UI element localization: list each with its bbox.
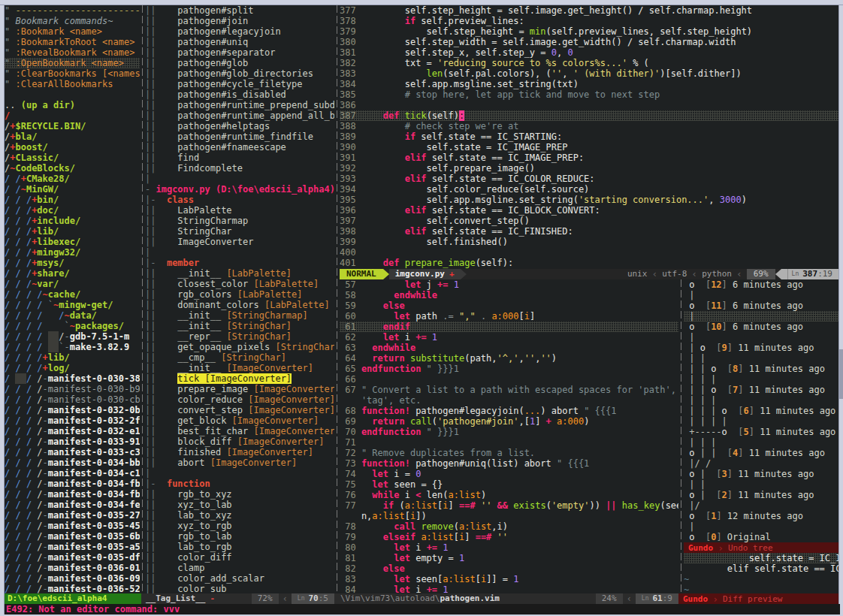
tree-item[interactable]: / / / / `~mingw-get/ xyxy=(5,300,140,310)
tag-item[interactable]: |- member xyxy=(145,258,334,268)
tag-item[interactable]: || __init__ [StringCharmap] xyxy=(145,310,334,321)
undo-node[interactable]: o [1] 12 minutes ago xyxy=(684,511,838,521)
code-line[interactable]: n,a:list[i]) xyxy=(340,511,678,521)
tree-item[interactable]: " :RevealBookmark <name> xyxy=(5,47,140,58)
code-line[interactable]: 377 self.step_height = self.image.get_he… xyxy=(340,5,838,16)
code-line[interactable]: 401 def prepare_image(self): xyxy=(340,258,838,268)
tag-item[interactable]: || pathogen#legacyjoin xyxy=(145,26,334,37)
code-line[interactable]: 78 call remove(a:list,i) xyxy=(340,521,678,532)
undo-node[interactable]: | | xyxy=(684,479,838,490)
tag-item[interactable]: || __init__ [ImageConverter] xyxy=(145,363,334,373)
tag-item[interactable]: || get_opaque_pixels [StringChar] xyxy=(145,342,334,352)
tag-item[interactable]: || dominant_colors [LabPalette] xyxy=(145,300,334,310)
tree-item[interactable]: / / / /-manifest-0-034-fb xyxy=(5,479,140,489)
tag-item[interactable]: || pathogen#join xyxy=(145,16,334,26)
tree-item[interactable]: / / / /+lib/ xyxy=(5,352,140,363)
tree-item[interactable]: .. (up a dir) xyxy=(5,100,140,110)
tree-item[interactable]: / / / /-manifest-0-032-0b xyxy=(5,405,140,415)
undo-node[interactable]: | | | | xyxy=(684,416,838,427)
tag-item[interactable]: || StringChar xyxy=(145,226,334,237)
tree-item[interactable]: / / / /-manifest-0-035-45 xyxy=(5,521,140,531)
code-line[interactable]: 392 self.prepare_image() xyxy=(340,163,838,174)
code-line[interactable]: 389 if self.state == IC_STARTING: xyxy=(340,131,838,142)
tag-item[interactable]: || LabPalette xyxy=(145,205,334,216)
code-line[interactable]: 381 self.step_x, self.step_y = 0, 0 xyxy=(340,47,838,58)
tree-item[interactable]: / / / /-manifest-0-033-91 xyxy=(5,436,140,447)
code-line[interactable]: 385 # stop here, let app tick and move t… xyxy=(340,89,838,100)
code-line[interactable]: 379 self.step_height = min(self.preview_… xyxy=(340,26,838,37)
tree-item[interactable]: /+boost/ xyxy=(5,142,140,152)
tag-item[interactable]: | xyxy=(145,468,334,479)
tree-item[interactable]: / / / /-manifest-0-034-c1 xyxy=(5,468,140,479)
code-line[interactable]: 399 self.finished() xyxy=(340,237,838,247)
code-line[interactable]: 80 let i += 1 xyxy=(340,542,678,553)
tree-item[interactable]: / / / /-manifest-0-030-b9 xyxy=(5,384,140,394)
tree-item[interactable]: " :ClearBookmarks [<names xyxy=(5,68,140,79)
code-line[interactable]: 378 if self.preview_lines: xyxy=(340,16,838,26)
right-scrollbar[interactable] xyxy=(838,5,843,614)
undo-node[interactable]: | o [9] 11 minutes ago xyxy=(684,343,838,353)
code-line[interactable]: 387 def tick(self): xyxy=(340,110,838,121)
tag-item[interactable]: || color_add_scalar xyxy=(145,573,334,584)
tree-item[interactable]: / / / /-manifest-0-035-27 xyxy=(5,510,140,521)
tree-item[interactable]: / / / / `~packages/ xyxy=(5,321,140,331)
code-line[interactable]: 382 txt = 'reducing source to %s colors%… xyxy=(340,58,838,68)
undo-node[interactable]: o [11] 6 minutes ago xyxy=(684,300,838,311)
tree-item[interactable]: / / / /+log/ xyxy=(5,363,140,373)
code-line[interactable]: 391 elif self.state == IC_IMAGE_PREP: xyxy=(340,152,838,163)
tree-item[interactable]: / / /+libexec/ xyxy=(5,237,140,247)
window-separator[interactable] xyxy=(140,5,145,593)
tree-item[interactable]: / / / / /-gdb-7.5-1-m xyxy=(5,331,140,342)
tree-item[interactable]: " ----------------------- xyxy=(5,5,140,16)
code-line[interactable]: 395 self.app.msgline.set_string('startin… xyxy=(340,195,838,205)
tree-item[interactable]: / / /+share/ xyxy=(5,268,140,279)
tree-item[interactable]: / / / /-manifest-0-032-e1 xyxy=(5,426,140,436)
code-line[interactable]: 'tag', etc. xyxy=(340,395,678,406)
code-line[interactable]: 400 xyxy=(340,247,838,258)
tag-item[interactable]: || color_reduce [ImageConverter] xyxy=(145,394,334,405)
command-line-error[interactable]: E492: Not an editor command: vvv xyxy=(5,604,840,614)
tree-item[interactable]: /+CLassic/ xyxy=(5,152,140,163)
tree-item[interactable]: / / / / `-make-3.82.9 xyxy=(5,342,140,352)
tag-item[interactable]: || clamp xyxy=(145,563,334,573)
tag-item[interactable]: || pathogen#cycle_filetype xyxy=(145,79,334,89)
code-line[interactable]: 79 elseif a:list[i] ==# '' xyxy=(340,532,678,542)
code-line[interactable]: 70endfunction " }}}1 xyxy=(340,427,678,437)
tag-item[interactable]: |- class xyxy=(145,195,334,205)
tree-item[interactable]: / / / /-manifest-0-030-cb xyxy=(5,394,140,405)
tree-item[interactable]: / / / /-manifest-0-036-01 xyxy=(5,563,140,573)
tree-item[interactable]: " Bookmark commands~ xyxy=(5,16,140,26)
tag-item[interactable]: || __cmp__ [StringChar] xyxy=(145,352,334,363)
code-line[interactable]: 64 return substitute(path,'^,','','') xyxy=(340,353,678,364)
tag-item[interactable]: || tick [ImageConverter] xyxy=(145,373,334,384)
tag-item[interactable]: |- function xyxy=(145,479,334,489)
code-line[interactable]: 68function! pathogen#legacyjoin(...) abo… xyxy=(340,406,678,416)
undo-node[interactable]: o | | [4] 11 minutes ago xyxy=(684,448,838,458)
tree-item[interactable]: / / /-manifest-0-030-38 xyxy=(5,373,140,384)
tag-item[interactable]: || get_block [ImageConverter] xyxy=(145,415,334,426)
code-line[interactable]: 58 endwhile xyxy=(340,290,678,300)
tree-item[interactable]: / / /+bin/ xyxy=(5,195,140,205)
tag-item[interactable]: || block_diff [ImageConverter] xyxy=(145,436,334,447)
tree-item[interactable]: / / /+mingw32/ xyxy=(5,247,140,258)
tree-item[interactable]: / / /~var/ xyxy=(5,279,140,289)
code-line[interactable]: 75 let seen = {} xyxy=(340,479,678,490)
tree-item[interactable]: / / / /-manifest-0-034-fe xyxy=(5,500,140,510)
tree-item[interactable]: / / / /~cache/ xyxy=(5,289,140,300)
gundo-diff-window[interactable]: self.state = IC_IMAGE_PREP elif self.sta… xyxy=(684,553,838,593)
tree-item[interactable]: / /+CMake28/ xyxy=(5,174,140,184)
undo-node[interactable]: | | o [8] 11 minutes ago xyxy=(684,364,838,374)
code-line[interactable]: 73function! pathogen#uniq(list) abort " … xyxy=(340,458,678,469)
code-line[interactable]: 77 if (a:list[i] ==# '' && exists('empty… xyxy=(340,500,678,511)
tag-item[interactable]: || finished [ImageConverter] xyxy=(145,447,334,457)
tag-item[interactable]: || prepare_image [ImageConverter] xyxy=(145,384,334,394)
tag-item[interactable]: || rgb_to_xyz xyxy=(145,489,334,500)
tag-item[interactable]: || pathogen#separator xyxy=(145,47,334,58)
tree-item[interactable] xyxy=(5,89,140,100)
tree-item[interactable]: / /~MinGW/ xyxy=(5,184,140,195)
diff-line[interactable]: ~ xyxy=(684,574,838,584)
tag-item[interactable]: || abort [ImageConverter] xyxy=(145,457,334,468)
undo-node[interactable]: | xyxy=(684,332,838,343)
tree-item[interactable]: / / /+msys/ xyxy=(5,258,140,268)
tag-item[interactable]: || StringCharmap xyxy=(145,216,334,226)
